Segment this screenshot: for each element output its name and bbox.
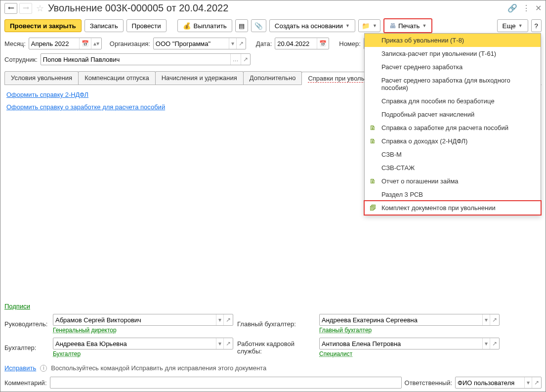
chevron-down-icon: ▼ xyxy=(518,23,523,28)
ellipsis-icon[interactable]: … xyxy=(230,54,241,65)
signatures-heading[interactable]: Подписи xyxy=(4,303,30,310)
attach-button[interactable]: 📎 xyxy=(251,19,266,32)
tab-additional[interactable]: Дополнительно xyxy=(243,71,302,85)
print-item-szvm[interactable]: СЗВ-М xyxy=(365,148,541,161)
employee-input[interactable] xyxy=(41,55,230,64)
close-icon[interactable]: ✕ xyxy=(535,3,542,13)
folder-icon: 📁 xyxy=(362,22,370,30)
acc-position-link[interactable]: Бухгалтер xyxy=(53,350,81,357)
open-icon[interactable]: ↗ xyxy=(490,314,499,325)
employee-label: Сотрудник: xyxy=(4,56,38,63)
more-button[interactable]: Еще▼ xyxy=(497,19,528,32)
correct-link[interactable]: Исправить xyxy=(4,364,36,372)
org-input[interactable] xyxy=(154,39,229,48)
document-plus-icon: 🗎 xyxy=(369,177,377,185)
chief-acc-input[interactable] xyxy=(320,315,482,325)
print-item-2ndfl[interactable]: 🗎Справка о доходах (2-НДФЛ) xyxy=(365,134,541,148)
hr-position-link[interactable]: Специалист xyxy=(319,350,352,357)
comment-label: Комментарий: xyxy=(4,379,47,387)
chevron-down-icon[interactable]: ▾ xyxy=(482,314,490,325)
favorite-star-icon[interactable]: ☆ xyxy=(36,3,44,14)
post-and-close-button[interactable]: Провести и закрыть xyxy=(4,19,82,32)
print-item-szvstazh[interactable]: СЗВ-СТАЖ xyxy=(365,161,541,174)
print-item-rsv3[interactable]: Раздел 3 РСВ xyxy=(365,188,541,201)
action-button[interactable]: 📁▼ xyxy=(358,19,380,32)
money-icon: 💰 xyxy=(183,22,191,30)
chevron-down-icon[interactable]: ▾ xyxy=(524,377,532,388)
print-item-avg[interactable]: Расчет среднего заработка xyxy=(365,60,541,74)
open-icon[interactable]: ↗ xyxy=(241,54,250,65)
print-item-unemployment[interactable]: Справка для пособия по безработице xyxy=(365,94,541,108)
date-input[interactable] xyxy=(275,39,317,48)
copy-icon: 🗐 xyxy=(369,204,377,212)
list-icon: ▤ xyxy=(239,22,245,30)
responsible-input[interactable] xyxy=(456,378,524,388)
date-label: Дата: xyxy=(256,40,272,47)
document-plus-icon: 🗎 xyxy=(369,137,377,145)
hr-input[interactable] xyxy=(320,339,482,348)
open-icon[interactable]: ↗ xyxy=(236,38,246,49)
document-plus-icon: 🗎 xyxy=(369,124,377,131)
help-button[interactable]: ? xyxy=(531,19,542,32)
print-item-earnings-cert[interactable]: 🗎Справка о заработке для расчета пособий xyxy=(365,121,541,134)
chevron-down-icon: ▼ xyxy=(345,23,350,28)
number-label: Номер: xyxy=(339,40,361,47)
print-dropdown: Приказ об увольнении (Т-8) Записка-расче… xyxy=(364,33,541,215)
structure-button[interactable]: ▤ xyxy=(235,19,248,32)
chevron-down-icon[interactable]: ▾ xyxy=(229,38,236,49)
chevron-down-icon[interactable]: ▾ xyxy=(482,338,490,349)
month-input[interactable] xyxy=(29,39,79,48)
print-item-detailed[interactable]: Подробный расчет начислений xyxy=(365,108,541,121)
print-button[interactable]: 🖶Печать▼ xyxy=(384,19,432,32)
print-item-t8[interactable]: Приказ об увольнении (Т-8) xyxy=(365,34,541,47)
paperclip-icon: 📎 xyxy=(254,22,263,30)
stepper-icon[interactable]: ▴▾ xyxy=(91,38,101,49)
pay-button[interactable]: 💰Выплатить xyxy=(177,19,232,32)
open-icon[interactable]: ↗ xyxy=(490,338,499,349)
chevron-down-icon[interactable]: ▾ xyxy=(216,314,223,325)
head-label: Руководитель: xyxy=(4,320,49,328)
responsible-label: Ответственный: xyxy=(405,379,452,387)
acc-label: Бухгалтер: xyxy=(4,344,49,351)
correct-hint: Воспользуйтесь командой Исправить для ис… xyxy=(51,364,266,372)
tab-accruals[interactable]: Начисления и удержания xyxy=(155,71,244,85)
printer-icon: 🖶 xyxy=(389,22,396,30)
nav-forward-button: 🠖 xyxy=(19,3,32,14)
nav-back-button[interactable]: 🠔 xyxy=(4,3,17,14)
head-input[interactable] xyxy=(53,315,216,325)
info-icon: i xyxy=(40,365,47,372)
window-title: Увольнение 003К-000005 от 20.04.2022 xyxy=(48,2,505,14)
tab-compensation[interactable]: Компенсации отпуска xyxy=(78,71,156,85)
open-icon[interactable]: ↗ xyxy=(223,338,233,349)
kebab-menu-icon[interactable]: ⋮ xyxy=(522,3,530,13)
open-icon[interactable]: ↗ xyxy=(223,314,233,325)
hr-label: Работник кадровой службы: xyxy=(237,340,315,355)
link-icon[interactable]: 🔗 xyxy=(507,3,517,13)
post-button[interactable]: Провести xyxy=(126,19,167,32)
calendar-icon[interactable]: 📅 xyxy=(79,38,91,49)
chief-acc-position-link[interactable]: Главный бухгалтер xyxy=(319,327,372,334)
head-position-link[interactable]: Генеральный директор xyxy=(53,327,117,334)
create-based-button[interactable]: Создать на основании▼ xyxy=(269,19,355,32)
print-item-t61[interactable]: Записка-расчет при увольнении (Т-61) xyxy=(365,47,541,60)
chief-acc-label: Главный бухгалтер: xyxy=(237,320,315,328)
save-button[interactable]: Записать xyxy=(84,19,124,32)
print-item-loan[interactable]: 🗎Отчет о погашении займа xyxy=(365,174,541,188)
print-item-package[interactable]: 🗐Комплект документов при увольнении xyxy=(364,200,542,216)
calendar-icon[interactable]: 📅 xyxy=(317,38,329,49)
chevron-down-icon: ▼ xyxy=(422,23,427,28)
acc-input[interactable] xyxy=(53,339,216,348)
print-item-avg-severance[interactable]: Расчет среднего заработка (для выходного… xyxy=(365,74,541,94)
org-label: Организация: xyxy=(110,40,150,47)
month-label: Месяц: xyxy=(4,40,26,47)
chevron-down-icon[interactable]: ▾ xyxy=(216,338,223,349)
chevron-down-icon: ▼ xyxy=(373,23,377,28)
tab-conditions[interactable]: Условия увольнения xyxy=(4,71,79,85)
open-icon[interactable]: ↗ xyxy=(532,377,541,388)
comment-input[interactable] xyxy=(50,378,401,388)
